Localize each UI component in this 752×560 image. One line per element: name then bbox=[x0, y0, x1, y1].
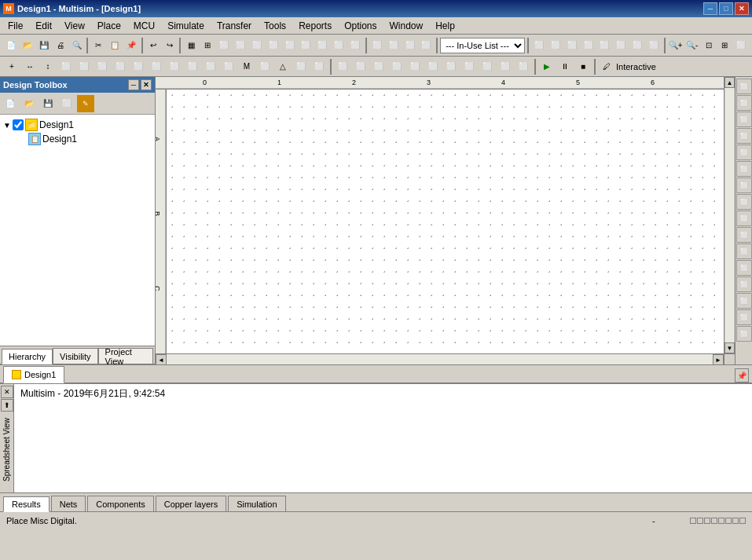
t2-btn13[interactable]: ⬜ bbox=[220, 58, 237, 75]
rp-btn-4[interactable]: ⬜ bbox=[736, 128, 752, 144]
print-preview-button[interactable]: 🔍 bbox=[69, 37, 85, 54]
simulate-pause-button[interactable]: ⏸ bbox=[556, 58, 574, 75]
toolbar-btn-9[interactable]: ⬜ bbox=[282, 37, 298, 54]
toolbar-btn-22[interactable]: ⬜ bbox=[596, 37, 612, 54]
rp-btn-2[interactable]: ⬜ bbox=[736, 95, 752, 111]
save-button[interactable]: 💾 bbox=[36, 37, 52, 54]
close-button[interactable]: ✕ bbox=[735, 2, 749, 15]
tab-pin-button[interactable]: 📌 bbox=[735, 368, 749, 382]
toolbar-btn-24[interactable]: ⬜ bbox=[629, 37, 645, 54]
t2-btn5[interactable]: ⬜ bbox=[75, 58, 93, 75]
t2-btn28[interactable]: ⬜ bbox=[497, 58, 514, 75]
zoom-area2-button[interactable]: ⊞ bbox=[717, 37, 732, 54]
toolbar-btn-8[interactable]: ⬜ bbox=[266, 37, 281, 54]
toolbar-btn-18[interactable]: ⬜ bbox=[531, 37, 547, 54]
rp-btn-13[interactable]: ⬜ bbox=[736, 276, 752, 292]
undo-button[interactable]: ↩ bbox=[145, 37, 161, 54]
t2-btn25[interactable]: ⬜ bbox=[442, 58, 460, 75]
tree-root-item[interactable]: ▼ 📁 Design1 bbox=[0, 118, 155, 132]
t2-btn26[interactable]: ⬜ bbox=[460, 58, 478, 75]
rp-btn-3[interactable]: ⬜ bbox=[736, 112, 752, 127]
rp-btn-15[interactable]: ⬜ bbox=[736, 309, 752, 325]
tab-hierarchy[interactable]: Hierarchy bbox=[2, 349, 53, 364]
menu-simulate[interactable]: Simulate bbox=[161, 19, 211, 33]
tab-results[interactable]: Results bbox=[3, 496, 50, 512]
open-design-icon[interactable]: 📂 bbox=[20, 95, 38, 112]
t2-btn24[interactable]: ⬜ bbox=[424, 58, 442, 75]
t2-btn21[interactable]: ⬜ bbox=[370, 58, 387, 75]
rp-btn-14[interactable]: ⬜ bbox=[736, 293, 752, 309]
t2-btn18[interactable]: ⬜ bbox=[310, 58, 328, 75]
in-use-list-select[interactable]: --- In-Use List --- bbox=[440, 38, 525, 53]
t2-btn8[interactable]: ⬜ bbox=[130, 58, 147, 75]
toolbar-btn-25[interactable]: ⬜ bbox=[646, 37, 662, 54]
t2-btn29[interactable]: ⬜ bbox=[515, 58, 532, 75]
menu-place[interactable]: Place bbox=[91, 19, 127, 33]
menu-tools[interactable]: Tools bbox=[258, 19, 292, 33]
scroll-left-button[interactable]: ◄ bbox=[156, 354, 167, 364]
tab-visibility[interactable]: Visibility bbox=[53, 348, 98, 364]
new-design-icon[interactable]: 📄 bbox=[2, 95, 19, 112]
toolbox-minimize-button[interactable]: ─ bbox=[128, 79, 139, 90]
menu-window[interactable]: Window bbox=[383, 19, 430, 33]
design-tab-design1[interactable]: Design1 bbox=[3, 366, 64, 383]
tree-child-item[interactable]: 📋 Design1 bbox=[0, 132, 155, 146]
paste-button[interactable]: 📌 bbox=[123, 37, 139, 54]
tree-expand-root[interactable]: ▼ bbox=[3, 121, 13, 130]
save-design-icon[interactable]: 💾 bbox=[39, 95, 57, 112]
t2-btn3[interactable]: ↕ bbox=[39, 58, 57, 75]
toolbar-btn-11[interactable]: ⬜ bbox=[314, 37, 330, 54]
toolbar-btn-14[interactable]: ⬜ bbox=[369, 37, 385, 54]
t2-btn15[interactable]: ⬜ bbox=[256, 58, 273, 75]
t2-btn23[interactable]: ⬜ bbox=[406, 58, 424, 75]
maximize-button[interactable]: □ bbox=[719, 2, 733, 15]
scroll-right-button[interactable]: ► bbox=[713, 354, 724, 364]
toolbar-btn-23[interactable]: ⬜ bbox=[613, 37, 629, 54]
t2-btn9[interactable]: ⬜ bbox=[148, 58, 165, 75]
t2-btn10[interactable]: ⬜ bbox=[166, 58, 183, 75]
t2-btn11[interactable]: ⬜ bbox=[184, 58, 201, 75]
zoom-area-button[interactable]: ⊞ bbox=[200, 37, 215, 54]
menu-reports[interactable]: Reports bbox=[292, 19, 338, 33]
t2-btn22[interactable]: ⬜ bbox=[388, 58, 405, 75]
simulate-run-button[interactable]: ▶ bbox=[538, 58, 556, 75]
menu-edit[interactable]: Edit bbox=[29, 19, 58, 33]
toolbar-btn-12[interactable]: ⬜ bbox=[331, 37, 347, 54]
rp-btn-7[interactable]: ⬜ bbox=[736, 178, 752, 193]
tree-checkbox-root[interactable] bbox=[13, 119, 24, 130]
tab-project-view[interactable]: Project View bbox=[98, 348, 153, 364]
t2-btn1[interactable]: + bbox=[3, 58, 20, 75]
redo-button[interactable]: ↪ bbox=[162, 37, 178, 54]
t2-btn20[interactable]: ⬜ bbox=[352, 58, 369, 75]
t2-btn4[interactable]: ⬜ bbox=[57, 58, 75, 75]
toolbox-close-button[interactable]: ✕ bbox=[141, 79, 152, 90]
t2-btn2[interactable]: ↔ bbox=[21, 58, 39, 75]
print-button[interactable]: 🖨 bbox=[53, 37, 68, 54]
toolbar-btn-10[interactable]: ⬜ bbox=[298, 37, 314, 54]
t2-btn14[interactable]: M bbox=[238, 58, 255, 75]
rp-btn-12[interactable]: ⬜ bbox=[736, 260, 752, 276]
tab-copper-layers[interactable]: Copper layers bbox=[156, 496, 226, 511]
rp-btn-9[interactable]: ⬜ bbox=[736, 210, 752, 226]
toolbar-btn-20[interactable]: ⬜ bbox=[564, 37, 580, 54]
minimize-button[interactable]: ─ bbox=[703, 2, 717, 15]
zoom-fit-button[interactable]: ⊡ bbox=[701, 37, 717, 54]
toolbar-sq[interactable]: ⬜ bbox=[733, 37, 749, 54]
simulate-stop-button[interactable]: ■ bbox=[574, 58, 592, 75]
cut-button[interactable]: ✂ bbox=[90, 37, 106, 54]
toolbox-icon-5[interactable]: ✎ bbox=[77, 95, 94, 112]
toolbox-icon-4[interactable]: ⬜ bbox=[58, 95, 75, 112]
tab-nets[interactable]: Nets bbox=[51, 496, 86, 511]
rp-btn-6[interactable]: ⬜ bbox=[736, 161, 752, 177]
rp-btn-8[interactable]: ⬜ bbox=[736, 194, 752, 210]
t2-btn12[interactable]: ⬜ bbox=[202, 58, 219, 75]
t2-btn19[interactable]: ⬜ bbox=[334, 58, 351, 75]
rp-btn-11[interactable]: ⬜ bbox=[736, 243, 752, 259]
zoom-out-button[interactable]: 🔍- bbox=[684, 37, 700, 54]
expand-bottom-button[interactable]: ⬆ bbox=[1, 399, 13, 412]
t2-btn6[interactable]: ⬜ bbox=[94, 58, 111, 75]
rp-btn-16[interactable]: ⬜ bbox=[736, 326, 752, 342]
toolbar-btn-16[interactable]: ⬜ bbox=[402, 37, 418, 54]
menu-transfer[interactable]: Transfer bbox=[211, 19, 258, 33]
new-button[interactable]: 📄 bbox=[3, 37, 19, 54]
